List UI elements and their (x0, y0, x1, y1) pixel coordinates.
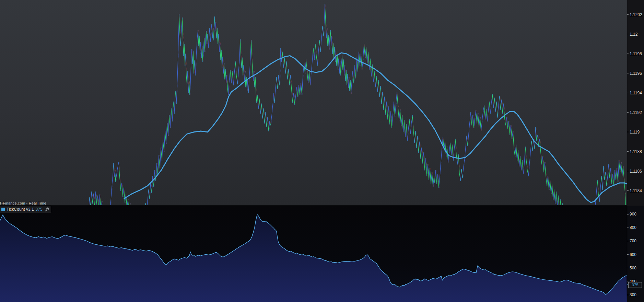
tick-axis-tick (627, 268, 629, 268)
indicator-swatch-icon (1, 208, 5, 211)
price-axis-label: 1.119 (630, 130, 640, 135)
price-dotted-up (89, 4, 624, 205)
tick-axis-tick (627, 295, 629, 295)
tick-axis-label: 700 (630, 239, 636, 243)
tick-axis-label: 500 (630, 266, 636, 270)
wrench-icon[interactable] (44, 207, 49, 211)
price-axis-label: 1.1188 (630, 149, 642, 154)
chart-window: T-Finance.com - Real Time TickCount v3.1… (0, 0, 644, 302)
watermark-text: T-Finance.com - Real Time (0, 201, 46, 205)
price-axis-label: 1.1202 (630, 12, 642, 17)
price-axis-label: 1.1192 (630, 110, 642, 115)
tick-axis-tick (627, 214, 629, 214)
price-axis-tick (627, 73, 629, 73)
price-axis[interactable]: 1.12021.121.11981.11961.11941.11921.1191… (627, 0, 644, 205)
price-line-down (90, 4, 627, 205)
tick-axis-tick (627, 228, 629, 228)
price-axis-tick (627, 93, 629, 93)
price-panel[interactable]: T-Finance.com - Real Time (0, 0, 627, 205)
tick-axis-tick (627, 281, 629, 281)
price-chart-svg (0, 0, 627, 205)
axis-column: 1.12021.121.11981.11961.11941.11921.1191… (627, 0, 644, 302)
price-axis-label: 1.1196 (630, 71, 642, 76)
price-axis-label: 1.1184 (630, 188, 642, 193)
indicator-value: 375 (36, 207, 43, 212)
tick-axis-label: 600 (630, 252, 636, 257)
price-axis-tick (627, 54, 629, 54)
price-axis-label: 1.1194 (630, 91, 642, 95)
tick-axis-tick (627, 254, 629, 255)
price-axis-tick (627, 171, 629, 171)
panel-divider[interactable] (0, 205, 627, 206)
price-line-up (89, 4, 623, 205)
price-axis-tick (627, 190, 629, 191)
moving-average-line (124, 53, 627, 202)
price-axis-tick (627, 132, 629, 132)
tick-axis[interactable]: 900800700600500400300375 (627, 206, 644, 302)
tick-axis-label: 800 (630, 225, 636, 230)
price-axis-tick (627, 112, 629, 113)
price-axis-tick (627, 34, 629, 34)
tick-axis-label: 300 (630, 292, 636, 297)
price-axis-label: 1.1198 (630, 51, 642, 56)
tickcount-chart-svg (0, 206, 627, 302)
indicator-title: TickCount v3.1 (7, 207, 34, 212)
price-axis-tick (627, 151, 629, 152)
tick-axis-tick (627, 241, 629, 241)
tickcount-panel[interactable]: TickCount v3.1 375 (0, 206, 627, 302)
indicator-legend[interactable]: TickCount v3.1 375 (0, 206, 51, 212)
price-axis-label: 1.1186 (630, 169, 642, 174)
price-axis-tick (627, 14, 629, 15)
price-axis-label: 1.12 (630, 32, 637, 37)
current-value-badge: 375 (628, 282, 642, 288)
tickcount-area-fill (0, 214, 627, 302)
tick-axis-label: 900 (630, 212, 636, 217)
price-dotted-down (90, 4, 627, 205)
